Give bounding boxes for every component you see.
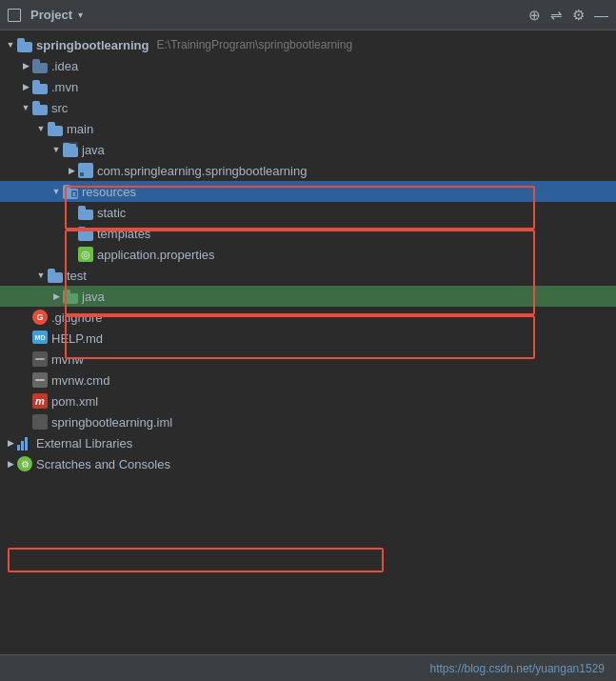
folder-icon-mvn [32,79,48,94]
tree-item-src[interactable]: src [0,97,616,118]
label-gitignore: .gitignore [51,310,102,325]
label-src: src [51,101,68,115]
label-static: static [97,206,126,220]
label-mvn: .mvn [51,80,78,94]
app-window: Project ▾ ⊕ ⇌ ⚙ — springbootlearning E:\… [0,0,616,681]
globe-icon[interactable]: ⊕ [528,7,541,24]
tree-item-mvn[interactable]: .mvn [0,76,616,97]
icon-mvnw [32,351,48,367]
label-mvnw-cmd: mvnw.cmd [51,373,109,388]
tree-item-gitignore[interactable]: .gitignore [0,307,616,328]
arrow-springbootlearning [4,38,17,51]
label-mvnw: mvnw [51,352,84,367]
label-templates: templates [97,227,150,241]
arrow-external-libs [4,436,17,450]
tree-item-mvnw[interactable]: mvnw [0,349,616,370]
folder-icon-test-java [63,289,78,304]
dropdown-arrow-icon[interactable]: ▾ [78,10,83,20]
tree-item-scratches[interactable]: Scratches and Consoles [0,453,616,474]
tree-item-test-java[interactable]: java [0,286,616,307]
folder-icon-resources: ≡ [63,184,78,199]
icon-mvnw-cmd [32,372,48,388]
arrow-idea [19,59,32,72]
icon-gitignore [32,310,48,325]
tree-item-templates[interactable]: templates [0,223,616,244]
tree-item-application-properties[interactable]: application.properties [0,244,616,265]
minimize-icon[interactable]: — [594,7,608,23]
arrow-test-java [50,290,63,303]
label-pom-xml: pom.xml [51,394,98,409]
folder-icon-idea [32,58,48,73]
folder-icon-main [48,121,63,136]
arrow-com-spring [65,164,78,177]
tree-item-idea[interactable]: .idea [0,55,616,76]
toolbar-icons: ⊕ ⇌ ⚙ — [528,7,608,24]
folder-icon-src [32,100,48,115]
label-java: java [82,143,105,157]
label-springbootlearning: springbootlearning [36,38,149,52]
icon-application-properties [78,247,93,262]
path-springbootlearning: E:\TrainingProgram\springbootlearning [156,38,352,51]
icon-external-libs [17,435,32,451]
folder-icon-com-spring [78,163,93,178]
arrow-mvn [19,80,32,93]
status-bar: https://blog.csdn.net/yuangan1529 [0,654,616,681]
arrow-resources [50,185,63,198]
tree-container: springbootlearning E:\TrainingProgram\sp… [0,30,616,654]
label-help-md: HELP.md [51,331,103,346]
tree-item-static[interactable]: static [0,202,616,223]
tree-item-help-md[interactable]: HELP.md [0,328,616,349]
label-scratches: Scratches and Consoles [36,457,170,471]
tree-item-external-libraries[interactable]: External Libraries [0,432,616,453]
tree-item-test[interactable]: test [0,265,616,286]
status-bar-url: https://blog.csdn.net/yuangan1529 [430,662,605,675]
split-icon[interactable]: ⇌ [550,7,563,24]
label-external-libraries: External Libraries [36,436,132,451]
label-test-java: java [82,290,105,304]
tree-item-mvnw-cmd[interactable]: mvnw.cmd [0,370,616,391]
tree-item-java[interactable]: java [0,139,616,160]
label-resources: resources [82,185,136,199]
folder-icon-java [63,142,78,157]
icon-help-md [32,330,48,346]
arrow-java [50,143,63,156]
label-idea: .idea [51,59,78,73]
label-application-properties: application.properties [97,248,215,262]
arrow-main [34,122,48,135]
tree-item-resources[interactable]: ≡ resources [0,181,616,202]
label-iml: springbootlearning.iml [51,415,172,430]
tree-item-pom-xml[interactable]: pom.xml [0,391,616,411]
project-icon [8,9,21,22]
folder-icon-springbootlearning [17,37,32,52]
folder-icon-templates [78,226,93,241]
folder-icon-static [78,205,93,220]
arrow-test [34,269,48,282]
arrow-scratches [4,457,17,471]
tree-item-main[interactable]: main [0,118,616,139]
toolbar: Project ▾ ⊕ ⇌ ⚙ — [0,0,616,30]
toolbar-left: Project ▾ [8,8,83,22]
label-com-spring: com.springlearning.springbootlearning [97,164,307,178]
tree-item-springbootlearning-iml[interactable]: springbootlearning.iml [0,411,616,432]
icon-pom-xml [32,393,48,409]
label-test: test [67,269,87,283]
arrow-src [19,101,32,114]
tree-item-springbootlearning[interactable]: springbootlearning E:\TrainingProgram\sp… [0,34,616,55]
icon-scratches [17,456,32,471]
tree-item-com-spring[interactable]: com.springlearning.springbootlearning [0,160,616,181]
label-main: main [67,122,93,136]
toolbar-title: Project [30,8,72,22]
icon-iml [32,414,48,430]
gear-icon[interactable]: ⚙ [572,7,585,24]
folder-icon-test [48,268,63,283]
file-tree: springbootlearning E:\TrainingProgram\sp… [0,30,616,654]
